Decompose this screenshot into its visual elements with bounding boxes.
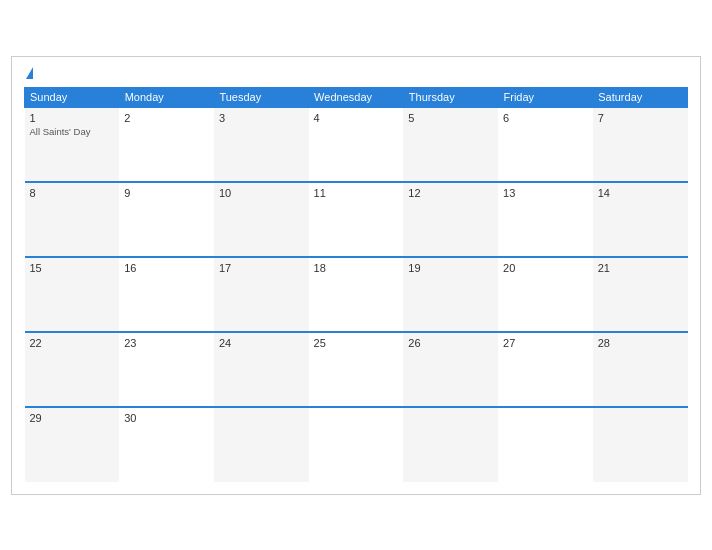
- day-number: 12: [408, 187, 493, 199]
- day-number: 23: [124, 337, 209, 349]
- cal-cell: 16: [119, 257, 214, 332]
- cal-cell: 13: [498, 182, 593, 257]
- cal-cell: 15: [25, 257, 120, 332]
- week-row-3: 15161718192021: [25, 257, 688, 332]
- cal-cell: 9: [119, 182, 214, 257]
- day-number: 3: [219, 112, 304, 124]
- day-number: 28: [598, 337, 683, 349]
- day-number: 25: [314, 337, 399, 349]
- weekday-header-row: SundayMondayTuesdayWednesdayThursdayFrid…: [25, 87, 688, 107]
- weekday-header-tuesday: Tuesday: [214, 87, 309, 107]
- day-number: 29: [30, 412, 115, 424]
- cal-cell: 28: [593, 332, 688, 407]
- cal-cell: 20: [498, 257, 593, 332]
- cal-cell: [403, 407, 498, 482]
- cal-cell: 24: [214, 332, 309, 407]
- day-number: 30: [124, 412, 209, 424]
- cal-cell: 3: [214, 107, 309, 182]
- cal-cell: 6: [498, 107, 593, 182]
- cal-cell: 18: [309, 257, 404, 332]
- cal-cell: 14: [593, 182, 688, 257]
- cal-cell: 19: [403, 257, 498, 332]
- cal-cell: 1All Saints' Day: [25, 107, 120, 182]
- cal-cell: 8: [25, 182, 120, 257]
- cal-cell: 27: [498, 332, 593, 407]
- day-number: 10: [219, 187, 304, 199]
- day-number: 1: [30, 112, 115, 124]
- day-number: 4: [314, 112, 399, 124]
- week-row-5: 2930: [25, 407, 688, 482]
- cal-cell: 23: [119, 332, 214, 407]
- cal-cell: 12: [403, 182, 498, 257]
- logo-triangle-icon: [26, 67, 33, 79]
- calendar-table: SundayMondayTuesdayWednesdayThursdayFrid…: [24, 87, 688, 482]
- day-number: 24: [219, 337, 304, 349]
- day-number: 26: [408, 337, 493, 349]
- cal-cell: 11: [309, 182, 404, 257]
- weekday-header-sunday: Sunday: [25, 87, 120, 107]
- cal-cell: 30: [119, 407, 214, 482]
- day-number: 20: [503, 262, 588, 274]
- week-row-2: 891011121314: [25, 182, 688, 257]
- holiday-label: All Saints' Day: [30, 126, 115, 137]
- day-number: 9: [124, 187, 209, 199]
- cal-cell: 4: [309, 107, 404, 182]
- cal-cell: [214, 407, 309, 482]
- cal-cell: [498, 407, 593, 482]
- weekday-header-saturday: Saturday: [593, 87, 688, 107]
- cal-cell: 7: [593, 107, 688, 182]
- cal-cell: 29: [25, 407, 120, 482]
- cal-cell: 17: [214, 257, 309, 332]
- week-row-1: 1All Saints' Day234567: [25, 107, 688, 182]
- cal-cell: 21: [593, 257, 688, 332]
- cal-cell: [309, 407, 404, 482]
- day-number: 21: [598, 262, 683, 274]
- day-number: 13: [503, 187, 588, 199]
- day-number: 22: [30, 337, 115, 349]
- day-number: 2: [124, 112, 209, 124]
- day-number: 8: [30, 187, 115, 199]
- day-number: 6: [503, 112, 588, 124]
- logo: [24, 67, 33, 79]
- day-number: 5: [408, 112, 493, 124]
- calendar-container: SundayMondayTuesdayWednesdayThursdayFrid…: [11, 56, 701, 495]
- weekday-header-thursday: Thursday: [403, 87, 498, 107]
- day-number: 27: [503, 337, 588, 349]
- weekday-header-monday: Monday: [119, 87, 214, 107]
- day-number: 19: [408, 262, 493, 274]
- day-number: 7: [598, 112, 683, 124]
- day-number: 11: [314, 187, 399, 199]
- day-number: 16: [124, 262, 209, 274]
- cal-cell: 2: [119, 107, 214, 182]
- weekday-header-friday: Friday: [498, 87, 593, 107]
- calendar-header: [24, 67, 688, 79]
- day-number: 15: [30, 262, 115, 274]
- cal-cell: 25: [309, 332, 404, 407]
- day-number: 17: [219, 262, 304, 274]
- cal-cell: 26: [403, 332, 498, 407]
- weekday-header-wednesday: Wednesday: [309, 87, 404, 107]
- cal-cell: 5: [403, 107, 498, 182]
- week-row-4: 22232425262728: [25, 332, 688, 407]
- cal-cell: 22: [25, 332, 120, 407]
- cal-cell: 10: [214, 182, 309, 257]
- day-number: 14: [598, 187, 683, 199]
- cal-cell: [593, 407, 688, 482]
- day-number: 18: [314, 262, 399, 274]
